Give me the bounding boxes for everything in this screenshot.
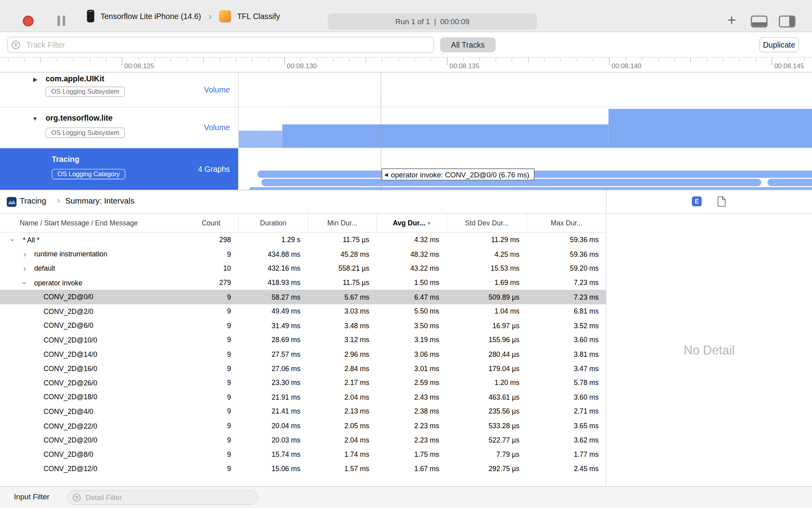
device-name[interactable]: Tensorflow Lite iPhone (14.6) [100,12,201,20]
ruler-tick [89,58,90,61]
cell-std: 235.56 µs [446,404,527,419]
cell-max: 3.52 ms [527,319,606,333]
column-header-avg[interactable]: Avg Dur... ▾ [377,214,446,232]
ruler-tick [625,58,626,61]
table-row[interactable]: CONV_2D@14/0 9 27.57 ms 2.96 ms 3.06 ms … [0,347,606,362]
track-row-uikit[interactable]: ▶ com.apple.UIKit OS Logging Subsystem V… [0,73,812,108]
track-graph[interactable] [238,73,812,107]
record-button[interactable] [23,15,33,26]
tooltip-text: operator invoke: CONV_2D@0/0 (6.76 ms) [391,170,529,179]
column-header-name[interactable]: Name / Start Message / End Message [0,214,184,232]
cell-avg: 3.19 ms [377,333,446,347]
pause-button[interactable] [57,15,65,26]
breadcrumb-tracing[interactable]: Tracing [20,196,46,206]
cell-min: 11.75 µs [308,276,377,290]
track-graph[interactable] [238,107,812,148]
toggle-bottom-pane-button[interactable] [751,15,768,27]
table-row[interactable]: CONV_2D@10/0 9 28.69 ms 3.12 ms 3.19 ms … [0,333,606,347]
ruler-tick [154,58,155,61]
disclosure-chevron[interactable]: › [23,263,26,273]
disclosure-chevron[interactable]: › [23,249,26,259]
duplicate-button[interactable]: Duplicate [759,37,799,52]
table-row[interactable]: CONV_2D@4/0 9 21.41 ms 2.13 ms 2.38 ms 2… [0,404,606,419]
input-filter-label: Input Filter [14,493,49,501]
cell-duration: 23.30 ms [238,376,308,390]
ruler-tick [431,58,431,61]
track-filter-input[interactable] [7,37,434,53]
ruler-tick [609,58,609,65]
ruler-tick [349,58,350,61]
ruler-tick [73,58,73,61]
disclosure-triangle-icon[interactable]: ▶ [33,76,38,83]
disclosure-chevron[interactable]: › [8,239,18,241]
ruler-tick [203,58,203,63]
ruler-tick [658,58,658,61]
add-instrument-button[interactable]: + [724,12,739,29]
no-detail-text: No Detail [684,343,735,358]
cell-count: 9 [184,347,238,362]
disclosure-triangle-icon[interactable]: ▼ [32,115,38,122]
cell-duration: 27.06 ms [238,362,308,376]
table-row[interactable]: › default 10 432.16 ms 558.21 µs 43.22 m… [0,262,606,276]
track-badge: OS Logging Subsystem [46,127,125,138]
ruler-label: 00:08.140 [612,62,642,70]
column-header-duration[interactable]: Duration [238,214,308,232]
column-header-max[interactable]: Max Dur... [527,214,606,232]
column-header-min[interactable]: Min Dur... [308,214,377,232]
table-row[interactable]: › operator invoke 279 418.93 ms 11.75 µs… [0,276,606,290]
cell-max: 2.71 ms [527,404,606,419]
cell-std: 11.29 ms [446,233,527,247]
breadcrumb-summary[interactable]: Summary: Intervals [65,196,134,206]
timeline-ruler[interactable]: 00:08.125 00:08.130 00:08.135 00:08.140 … [0,57,812,73]
table-row[interactable]: › * All * 298 1.29 s 11.75 µs 4.32 ms 11… [0,233,606,247]
detail-filter-input[interactable] [67,491,258,505]
cell-duration: 21.41 ms [238,404,308,419]
ruler-tick [105,58,106,61]
table-row[interactable]: CONV_2D@16/0 9 27.06 ms 2.84 ms 3.01 ms … [0,362,606,376]
table-row[interactable]: CONV_2D@2/0 9 49.49 ms 3.03 ms 5.50 ms 1… [0,304,606,319]
cell-name: CONV_2D@10/0 [0,333,184,347]
column-header-count[interactable]: Count [184,214,238,232]
row-name: CONV_2D@4/0 [44,408,94,416]
table-row[interactable]: CONV_2D@12/0 9 15.06 ms 1.57 ms 1.67 ms … [0,462,606,476]
column-header-stddev[interactable]: Std Dev Dur... [446,214,527,232]
cell-avg: 4.32 ms [377,233,446,247]
cell-std: 533.28 µs [446,419,527,433]
cell-max: 5.78 ms [527,376,606,390]
ruler-tick [414,58,415,61]
ruler-label: 00:08.125 [124,62,154,70]
cell-count: 9 [184,447,238,462]
cell-min: 11.75 µs [308,233,377,247]
track-area: ▶ com.apple.UIKit OS Logging Subsystem V… [0,73,812,190]
table-row[interactable]: CONV_2D@18/0 9 21.91 ms 2.04 ms 2.43 ms … [0,390,606,404]
table-row[interactable]: CONV_2D@22/0 9 20.04 ms 2.05 ms 2.23 ms … [0,419,606,433]
ruler-tick [479,58,480,61]
cell-std: 1.04 ms [446,304,527,319]
ruler-tick [772,58,772,65]
cell-duration: 49.49 ms [238,304,308,319]
row-name: default [34,265,55,273]
table-row[interactable]: CONV_2D@26/0 9 23.30 ms 2.17 ms 2.59 ms … [0,376,606,390]
extended-detail-button[interactable]: E [692,196,702,206]
table-row[interactable]: CONV_2D@8/0 9 15.74 ms 1.74 ms 1.75 ms 7… [0,447,606,462]
row-name: CONV_2D@6/0 [44,322,94,330]
track-row-tracing[interactable]: Tracing OS Logging Category 4 Graphs ◀ o… [0,148,812,190]
table-row[interactable]: CONV_2D@0/0 9 58.27 ms 5.67 ms 6.47 ms 5… [0,290,606,304]
track-meta: 4 Graphs [198,165,230,173]
ruler-tick [398,58,398,61]
table-row[interactable]: › runtime instrumentation 9 434.88 ms 45… [0,247,606,261]
track-row-tensorflow[interactable]: ▼ org.tensorflow.lite OS Logging Subsyst… [0,107,812,148]
run-info: Run 1 of 1 | 00:00:09 [328,13,537,29]
ruler-tick [642,58,642,61]
disclosure-chevron[interactable]: › [19,281,30,284]
target-picker[interactable]: Tensorflow Lite iPhone (14.6) › TFL Clas… [87,0,280,32]
table-row[interactable]: CONV_2D@6/0 9 31.49 ms 3.48 ms 3.50 ms 1… [0,319,606,333]
toggle-right-pane-button[interactable] [779,15,795,27]
track-graph[interactable]: ◀ operator invoke: CONV_2D@0/0 (6.76 ms) [238,148,812,190]
app-name[interactable]: TFL Classify [237,12,280,20]
table-row[interactable]: CONV_2D@20/0 9 20.03 ms 2.04 ms 2.23 ms … [0,433,606,447]
track-header: ▶ com.apple.UIKit OS Logging Subsystem V… [0,73,238,107]
document-icon[interactable] [717,196,726,208]
row-name: CONV_2D@20/0 [44,436,98,444]
all-tracks-button[interactable]: All Tracks [440,37,496,52]
